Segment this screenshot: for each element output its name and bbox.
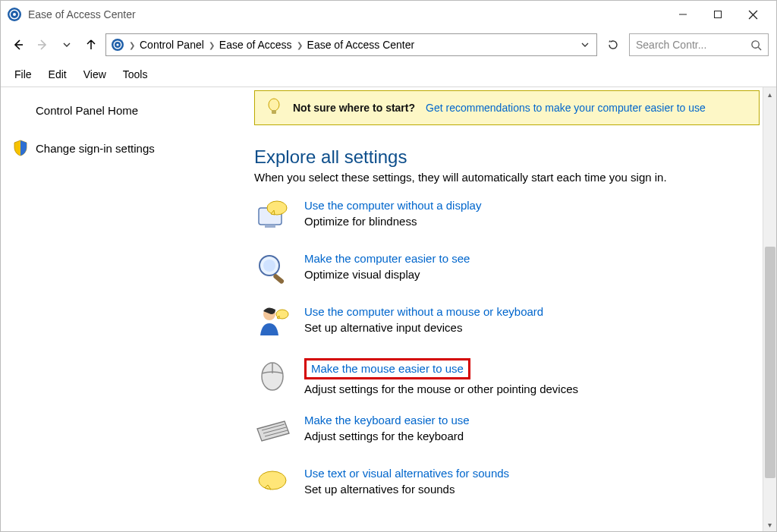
magnifier-icon (254, 250, 291, 287)
chevron-right-icon: ❯ (297, 41, 303, 49)
titlebar: Ease of Access Center (1, 1, 776, 28)
menu-edit[interactable]: Edit (49, 68, 67, 80)
window-title: Ease of Access Center (28, 8, 665, 20)
recommendations-banner: Not sure where to start? Get recommendat… (254, 90, 760, 125)
navigation-bar: ❯ Control Panel ❯ Ease of Access ❯ Ease … (1, 28, 776, 61)
setting-link[interactable]: Make the mouse easier to use (311, 362, 464, 375)
refresh-button[interactable] (602, 33, 624, 56)
change-signin-settings-link[interactable]: Change sign-in settings (13, 140, 239, 156)
svg-point-22 (263, 260, 275, 272)
chevron-right-icon: ❯ (129, 41, 135, 49)
chevron-right-icon: ❯ (209, 41, 215, 49)
maximize-button[interactable] (700, 2, 735, 27)
svg-rect-23 (272, 273, 285, 285)
sidebar: Control Panel Home Change sign-in settin… (1, 87, 250, 531)
explore-subtext: When you select these settings, they wil… (254, 171, 760, 184)
lightbulb-icon (266, 97, 282, 118)
banner-question: Not sure where to start? (293, 102, 415, 114)
setting-desc: Optimize visual display (304, 268, 470, 281)
scroll-thumb[interactable] (765, 247, 775, 478)
svg-rect-17 (272, 110, 276, 114)
menu-view[interactable]: View (83, 68, 106, 80)
mouse-icon (254, 357, 291, 393)
svg-point-20 (267, 201, 287, 215)
svg-point-13 (116, 43, 118, 46)
setting-keyboard-easier: Make the keyboard easier to use Adjust s… (254, 412, 760, 449)
setting-desc: Optimize for blindness (304, 215, 481, 228)
keyboard-icon (254, 412, 291, 449)
setting-link[interactable]: Make the keyboard easier to use (304, 414, 470, 427)
address-bar[interactable]: ❯ Control Panel ❯ Ease of Access ❯ Ease … (105, 33, 597, 56)
speech-monitor-icon (254, 197, 291, 234)
menu-bar: File Edit View Tools (1, 61, 776, 87)
setting-no-mouse-keyboard: Use the computer without a mouse or keyb… (254, 304, 760, 340)
svg-point-3 (13, 13, 16, 16)
speech-bubble-icon (254, 465, 291, 502)
setting-no-display: Use the computer without a display Optim… (254, 197, 760, 234)
setting-easier-to-see: Make the computer easier to see Optimize… (254, 250, 760, 287)
up-button[interactable] (81, 35, 101, 55)
search-input[interactable]: Search Contr... (629, 33, 769, 56)
back-button[interactable] (8, 35, 28, 55)
forward-button[interactable] (33, 35, 52, 55)
breadcrumb-mid[interactable]: Ease of Access (219, 39, 292, 51)
setting-link[interactable]: Use the computer without a mouse or keyb… (304, 305, 543, 318)
person-speaking-icon (254, 304, 291, 340)
svg-point-14 (752, 40, 759, 47)
menu-tools[interactable]: Tools (123, 68, 148, 80)
setting-desc: Adjust settings for the mouse or other p… (304, 382, 578, 395)
svg-rect-19 (265, 225, 275, 228)
setting-mouse-easier: Make the mouse easier to use Adjust sett… (254, 357, 760, 395)
setting-link[interactable]: Use the computer without a display (304, 199, 481, 212)
control-panel-home-link[interactable]: Control Panel Home (36, 104, 239, 117)
address-dropdown[interactable] (578, 41, 592, 49)
search-icon (750, 39, 762, 51)
svg-line-15 (758, 47, 761, 50)
setting-desc: Set up alternative input devices (304, 321, 543, 334)
sidebar-item-label: Change sign-in settings (36, 142, 155, 155)
setting-desc: Set up alternatives for sounds (304, 483, 509, 496)
setting-sound-alternatives: Use text or visual alternatives for soun… (254, 465, 760, 502)
shield-icon (13, 140, 28, 156)
setting-link[interactable]: Make the computer easier to see (304, 252, 470, 265)
content-area: Not sure where to start? Get recommendat… (250, 87, 776, 531)
ease-of-access-icon (7, 7, 22, 22)
explore-heading: Explore all settings (254, 146, 760, 168)
vertical-scrollbar[interactable]: ▴ ▾ (763, 87, 776, 531)
minimize-button[interactable] (665, 2, 700, 27)
svg-point-31 (259, 471, 286, 490)
highlighted-setting: Make the mouse easier to use (304, 358, 470, 379)
scroll-up-button[interactable]: ▴ (763, 87, 776, 101)
breadcrumb-leaf[interactable]: Ease of Access Center (307, 39, 415, 51)
breadcrumb-root[interactable]: Control Panel (140, 39, 204, 51)
svg-point-16 (269, 99, 279, 111)
recent-locations-dropdown[interactable] (57, 35, 77, 55)
scroll-down-button[interactable]: ▾ (763, 518, 776, 531)
ease-of-access-icon (111, 38, 124, 52)
close-button[interactable] (735, 2, 770, 27)
setting-desc: Adjust settings for the keyboard (304, 430, 470, 442)
setting-link[interactable]: Use text or visual alternatives for soun… (304, 467, 509, 480)
svg-rect-5 (715, 11, 722, 18)
menu-file[interactable]: File (14, 68, 32, 80)
get-recommendations-link[interactable]: Get recommendations to make your compute… (426, 102, 706, 114)
search-placeholder: Search Contr... (636, 39, 706, 51)
